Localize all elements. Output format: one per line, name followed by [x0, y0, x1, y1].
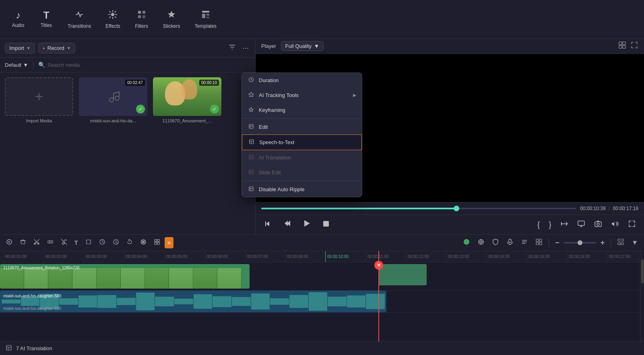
toolbar-effects[interactable]: Effects — [98, 6, 127, 32]
svg-rect-15 — [623, 45, 625, 48]
more-options-btn[interactable]: ⋯ — [241, 43, 250, 54]
record-dropdown[interactable]: ● Record ▼ — [38, 43, 75, 54]
svg-rect-29 — [48, 241, 53, 243]
ctx-ai-tracking-label: AI Tracking Tools — [259, 92, 299, 98]
svg-rect-42 — [155, 239, 157, 241]
progress-thumb[interactable] — [454, 206, 459, 211]
track-content-area: 00:00:01:00 00:00:02:00 00:00:03:00 00:0… — [0, 251, 640, 341]
video-duration: 00:00:10 — [199, 80, 219, 86]
tl-freeze-btn[interactable] — [137, 237, 149, 249]
ctx-duration[interactable]: Duration — [242, 73, 362, 88]
quality-dropdown[interactable]: Full Quality ▼ — [281, 41, 324, 51]
import-thumb: + — [5, 77, 73, 116]
svg-rect-20 — [323, 221, 329, 227]
tl-crop-btn[interactable] — [83, 237, 95, 249]
toolbar-stickers[interactable]: Stickers — [156, 6, 188, 32]
default-dropdown[interactable]: Default ▼ — [5, 62, 28, 68]
effects-icon — [108, 10, 118, 21]
panel-controls: Import ▼ ● Record ▼ ⋯ — [0, 39, 255, 58]
wlb-19 — [347, 295, 366, 308]
filter-icon-btn[interactable] — [227, 42, 237, 54]
audio-media-label: mixkit-sun-and-his-da... — [90, 118, 136, 123]
play-btn[interactable] — [300, 218, 314, 231]
tl-grid2-btn[interactable] — [533, 236, 545, 249]
wlb-17 — [309, 292, 328, 311]
cut-btn[interactable] — [31, 237, 43, 249]
tl-sep — [549, 239, 549, 247]
svg-point-49 — [480, 241, 482, 243]
svg-rect-34 — [87, 240, 91, 244]
mark-out-btn[interactable]: } — [546, 219, 554, 230]
trim-btn[interactable] — [44, 237, 56, 249]
ctx-slide-label: Slide Edit — [259, 169, 281, 175]
audio-detach-btn[interactable] — [58, 237, 70, 249]
insert-btn[interactable] — [558, 219, 571, 231]
timeline-scrollbar[interactable] — [640, 251, 644, 341]
video-track-clip-2[interactable] — [378, 264, 427, 285]
zoom-slider[interactable] — [564, 242, 596, 244]
tl-chevron-btn[interactable]: ▼ — [629, 237, 641, 248]
ai-bar-text: 7 AI Translation — [16, 345, 52, 351]
tl-list-btn[interactable] — [518, 236, 531, 249]
audio-media-item[interactable]: 00:02:47 ✓ mixkit-sun-and-his-da... — [79, 77, 147, 123]
step-back-btn[interactable] — [281, 218, 294, 231]
tl-rotate-btn[interactable] — [124, 237, 136, 249]
video-check-icon: ✓ — [210, 105, 219, 114]
tl-mosaic-btn[interactable] — [151, 237, 163, 249]
ctx-keyframing[interactable]: Keyframing — [242, 103, 362, 118]
grid-view-icon[interactable] — [618, 41, 626, 51]
ctx-ai-tracking[interactable]: AI Tracking Tools ▶ — [242, 88, 362, 103]
crop-expand-btn[interactable] — [625, 219, 638, 231]
toolbar-audio[interactable]: ♪ Audio — [4, 7, 32, 31]
toolbar-effects-label: Effects — [105, 23, 120, 29]
volume-btn[interactable] — [609, 219, 621, 231]
tl-zoom-in-btn[interactable]: + — [598, 237, 608, 249]
tl-color-btn[interactable] — [96, 237, 108, 249]
search-bar: Default ▼ 🔍 — [0, 58, 255, 72]
svg-rect-6 — [202, 11, 209, 12]
ctx-speech-to-text[interactable]: Speech-to-Text — [242, 134, 362, 150]
tl-green-screen-btn[interactable] — [460, 236, 473, 249]
fullscreen-icon[interactable] — [630, 41, 638, 51]
svg-rect-4 — [142, 15, 145, 18]
import-media-item[interactable]: + Import Media — [5, 77, 73, 123]
ctx-ripple-label: Disable Auto Ripple — [259, 186, 304, 192]
toolbar-stickers-label: Stickers — [163, 23, 180, 29]
audio-icon: ♪ — [16, 10, 21, 20]
film-frame-4 — [72, 268, 97, 289]
svg-rect-16 — [265, 221, 266, 226]
tl-layout-btn[interactable] — [614, 236, 627, 249]
svg-rect-77 — [6, 345, 11, 350]
mark-in-btn[interactable]: { — [535, 219, 543, 230]
tl-settings2-btn[interactable] — [475, 236, 487, 249]
tl-time-btn[interactable] — [110, 237, 122, 249]
tl-more-btn[interactable]: » — [165, 237, 174, 248]
tl-zoom-out-btn[interactable]: − — [552, 237, 562, 249]
svg-rect-62 — [249, 124, 253, 128]
audio-large-label: mixkit-sun-and-his-daughter-580 — [3, 306, 61, 311]
tl-prev-btn[interactable] — [3, 237, 15, 249]
tl-shield-btn[interactable] — [489, 236, 502, 249]
monitor-btn[interactable] — [575, 219, 588, 231]
import-dropdown[interactable]: Import ▼ — [5, 43, 35, 54]
video-track-clip[interactable]: 1110670_Amusement_Relation_1280x720 — [0, 264, 250, 289]
tl-text-btn[interactable]: T — [72, 237, 81, 248]
delete-btn[interactable] — [17, 237, 29, 249]
toolbar-titles-label: Titles — [41, 23, 52, 28]
ctx-sep1 — [242, 118, 362, 119]
audio-thumb: 00:02:47 ✓ — [79, 77, 147, 116]
tl-mic-btn[interactable] — [504, 236, 516, 249]
rewind-btn[interactable] — [261, 219, 275, 231]
search-input[interactable] — [47, 62, 250, 68]
toolbar-templates[interactable]: Templates — [187, 6, 224, 32]
toolbar-transitions[interactable]: Transitions — [60, 6, 98, 32]
toolbar-filters[interactable]: Filters — [128, 6, 156, 32]
progress-bar[interactable] — [261, 208, 576, 209]
ctx-disable-ripple[interactable]: Disable Auto Ripple — [242, 182, 362, 197]
toolbar-titles[interactable]: T Titles — [32, 7, 60, 31]
screenshot-btn[interactable] — [592, 219, 605, 231]
video-media-item[interactable]: 00:00:10 ✓ 1110670_Amusement_... — [153, 77, 221, 123]
stop-btn[interactable] — [319, 219, 333, 231]
ctx-duration-icon — [248, 77, 255, 84]
ctx-edit[interactable]: Edit — [242, 120, 362, 134]
